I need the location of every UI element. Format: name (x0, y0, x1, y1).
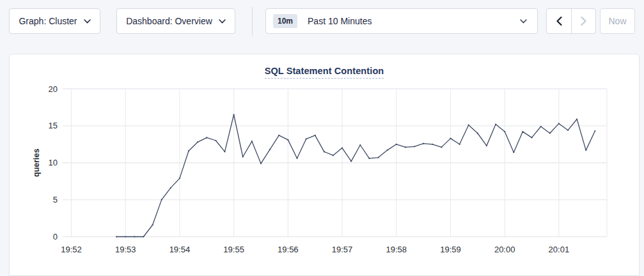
graph-dropdown-label: Graph: Cluster (19, 16, 77, 26)
sql-statement-contention-chart[interactable]: 0510152019:5219:5319:5419:5519:5619:5719… (10, 54, 640, 276)
svg-text:15: 15 (49, 121, 58, 130)
svg-text:20:01: 20:01 (549, 245, 570, 254)
toolbar-divider (252, 7, 253, 36)
svg-text:19:55: 19:55 (223, 245, 244, 254)
svg-text:19:57: 19:57 (332, 245, 353, 254)
svg-text:19:58: 19:58 (386, 245, 407, 254)
time-prev-button[interactable] (547, 9, 571, 33)
now-button-label: Now (608, 16, 626, 26)
svg-text:0: 0 (53, 232, 58, 241)
svg-text:10: 10 (49, 158, 58, 167)
time-next-button[interactable] (571, 9, 595, 33)
svg-text:19:52: 19:52 (61, 245, 82, 254)
toolbar: Graph: Cluster Dashboard: Overview 10m P… (0, 0, 644, 45)
chevron-down-icon (84, 19, 91, 24)
chart-card: SQL Statement Contention 0510152019:5219… (9, 54, 640, 276)
svg-text:20: 20 (49, 84, 58, 94)
dashboard-dropdown[interactable]: Dashboard: Overview (116, 8, 235, 34)
time-range-label: Past 10 Minutes (308, 16, 520, 26)
svg-text:20:00: 20:00 (494, 245, 515, 254)
now-button[interactable]: Now (600, 8, 635, 34)
dashboard-dropdown-label: Dashboard: Overview (126, 16, 212, 26)
chevron-right-icon (581, 17, 586, 26)
svg-text:5: 5 (53, 195, 58, 204)
svg-text:19:53: 19:53 (115, 245, 136, 254)
svg-text:queries: queries (32, 148, 41, 177)
chevron-down-icon (219, 19, 226, 24)
graph-dropdown[interactable]: Graph: Cluster (9, 8, 100, 34)
time-range-badge: 10m (273, 14, 297, 28)
svg-text:19:59: 19:59 (440, 245, 461, 254)
svg-text:19:56: 19:56 (278, 245, 299, 254)
time-range-picker[interactable]: 10m Past 10 Minutes (265, 8, 538, 34)
chevron-down-icon (520, 19, 527, 24)
time-window-arrows (546, 8, 596, 34)
svg-text:19:54: 19:54 (169, 245, 191, 254)
chevron-left-icon (556, 17, 562, 26)
